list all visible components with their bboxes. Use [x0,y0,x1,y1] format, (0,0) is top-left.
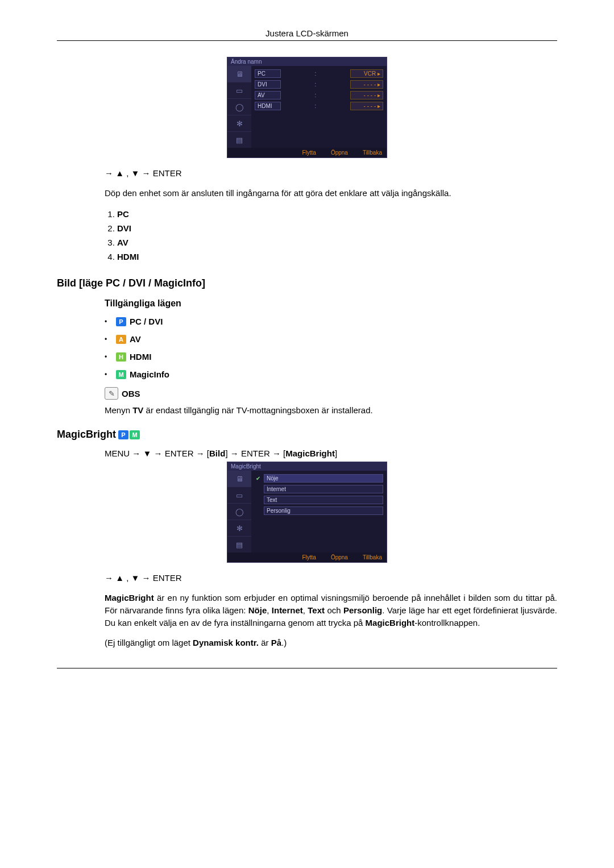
osd-row-value: VCR ▸ [350,69,383,78]
input-label: HDMI [117,252,139,261]
input-list: PC DVI AV HDMI [105,209,557,261]
check-icon: ✔ [255,475,262,482]
path-text: MENU → ▼ → ENTER → [ [105,448,209,458]
mode-item-pcdvi: • P PC / DVI [105,317,557,326]
tv-note-pre: Menyn [105,405,132,415]
desc-rename: Döp den enhet som är ansluten till ingån… [105,187,557,199]
section-bild-heading: Bild [läge PC / DVI / MagicInfo] [57,277,557,289]
osd-sidebar-icon: ▭ [227,487,251,503]
mb-desc-text: -kontrollknappen. [414,618,480,628]
badge-h-icon: H [116,352,126,362]
avail-bold: På [271,638,281,647]
input-label: DVI [117,223,131,233]
osd-row-value: - - - - ▸ [350,102,383,110]
bullet-icon: • [105,335,113,343]
bullet-icon: • [105,371,113,379]
input-label: AV [117,238,128,247]
osd-option-label: Text [264,496,383,504]
osd-sidebar-icon: ▤ [227,131,251,148]
mode-label: PC / DVI [130,317,163,326]
list-item: PC [117,209,557,219]
path-bold: MagicBright [285,448,335,458]
osd-foot-back: Tillbaka [356,149,382,156]
mb-desc-bold: Personlig [343,605,382,615]
osd-row-sep: : [284,70,347,77]
available-modes-list: • P PC / DVI • A AV • H HDMI • M MagicIn… [105,317,557,379]
osd-option-text: Text [255,496,383,504]
badge-m-icon: M [116,370,126,379]
mode-label: HDMI [130,352,151,362]
list-item: DVI [117,223,557,233]
osd-sidebar-icon: ✻ [227,115,251,131]
mb-desc-bold: MagicBright [105,593,154,603]
osd-sidebar-icon: 🖥 [227,471,251,487]
osd-sidebar-icon: 🖥 [227,66,251,82]
avail-text: (Ej tillgängligt om läget [105,638,193,647]
osd-sidebar-icon: ◯ [227,98,251,115]
osd-row-av: AV : - - - - ▸ [255,91,383,99]
path-text: ] [335,448,337,458]
osd-row-sep: : [284,81,347,88]
menu-path: MENU → ▼ → ENTER → [Bild] → ENTER → [Mag… [105,448,557,458]
nav-sequence-2: → ▲ , ▼ → ENTER [105,573,557,583]
divider-bottom [57,668,557,668]
avail-text: är [259,638,271,647]
osd-sidebar-icon: ✻ [227,520,251,536]
mb-desc-bold: Nöje [248,605,267,615]
osd-foot-move: Flytta [295,554,316,560]
mb-desc-bold: Text [308,605,325,615]
osd-row-sep: : [284,103,347,109]
check-icon [255,508,262,514]
nav-sequence-1: → ▲ , ▼ → ENTER [105,168,557,178]
magicbright-desc: MagicBright är en ny funktion som erbjud… [105,592,557,629]
list-item: AV [117,238,557,247]
osd-foot-move: Flytta [295,149,316,156]
mode-item-magicinfo: • M MagicInfo [105,369,557,379]
osd-option-label: Nöje [264,474,383,483]
badge-a-icon: A [116,335,126,344]
osd-row-sep: : [284,92,347,98]
check-icon [255,486,262,493]
osd-sidebar-icon: ◯ [227,503,251,520]
magicbright-heading: MagicBright P M [57,429,557,441]
osd-andra-namn: Ändra namn 🖥 ▭ ◯ ✻ ▤ PC : VCR ▸ DVI : - … [227,57,387,158]
obs-label: OBS [122,389,140,398]
mb-desc-text: , [267,605,272,615]
avail-bold: Dynamisk kontr. [193,638,259,647]
divider-top [57,40,557,41]
osd-option-internet: Internet [255,485,383,493]
osd-row-label: AV [255,91,281,99]
osd-sidebar-icon: ▤ [227,536,251,553]
tv-note-bold: TV [132,405,143,415]
obs-block: ✎ OBS [105,387,557,400]
osd-row-value: - - - - ▸ [350,91,383,99]
osd-sidebar-icon: ▭ [227,82,251,98]
mb-desc-bold: MagicBright [366,618,415,628]
osd-row-hdmi: HDMI : - - - - ▸ [255,102,383,110]
osd-footer: Flytta Öppna Tillbaka [227,148,387,157]
badge-m-icon: M [130,430,140,439]
mode-item-hdmi: • H HDMI [105,352,557,362]
page-header: Justera LCD-skärmen [57,28,557,38]
mode-label: MagicInfo [130,369,169,379]
osd-row-label: PC [255,69,281,78]
mode-label: AV [130,334,141,344]
path-text: ] → ENTER → [ [225,448,285,458]
osd-title: Ändra namn [227,57,387,66]
osd-foot-back: Tillbaka [356,554,382,560]
osd-foot-open: Öppna [324,554,348,560]
mb-desc-bold: Internet [272,605,303,615]
avail-text: .) [281,638,287,647]
osd-row-dvi: DVI : - - - - ▸ [255,80,383,89]
osd-option-personlig: Personlig [255,506,383,515]
tv-note: Menyn TV är endast tillgänglig när TV-mo… [105,405,557,415]
osd-row-label: DVI [255,80,281,89]
note-icon: ✎ [105,387,118,400]
input-label: PC [117,209,129,219]
sub-modes-heading: Tillgängliga lägen [105,298,557,309]
badge-p-icon: P [118,430,128,439]
osd-title: MagicBright [227,462,387,471]
check-icon [255,497,262,504]
list-item: HDMI [117,252,557,261]
osd-foot-open: Öppna [324,149,348,156]
